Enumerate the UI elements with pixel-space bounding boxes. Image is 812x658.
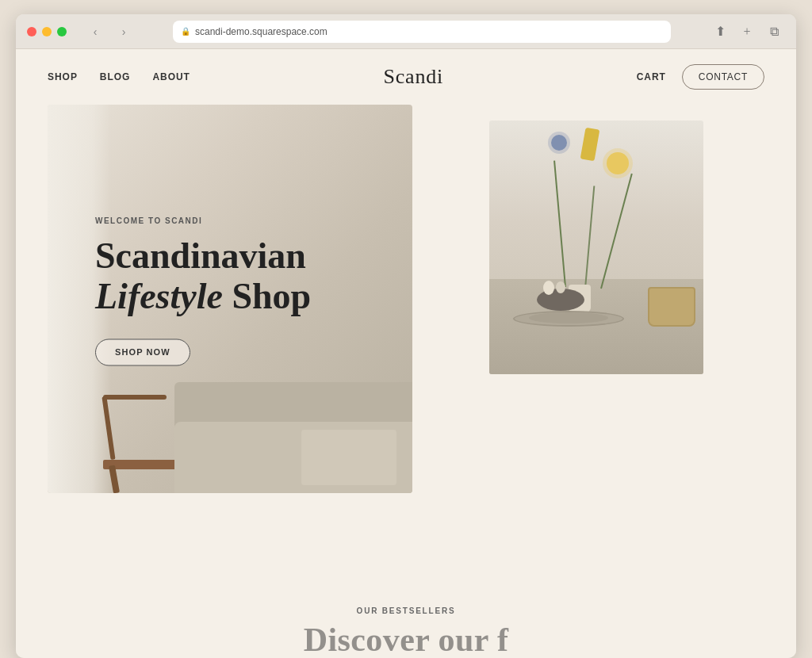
egg-1 (543, 281, 554, 295)
hero-image-right (489, 121, 703, 374)
close-button[interactable] (27, 27, 36, 36)
browser-titlebar: ‹ › 🔒 scandi-demo.squarespace.com ⬆ + ⧉ (16, 14, 796, 49)
flower-yellow (607, 152, 629, 174)
nav-cart-link[interactable]: CART (637, 71, 666, 82)
maximize-button[interactable] (57, 27, 67, 36)
new-tab-icon[interactable]: + (736, 21, 758, 43)
browser-nav-buttons: ‹ › (84, 21, 135, 43)
stem-2 (584, 186, 595, 289)
nav-about-link[interactable]: ABOUT (152, 71, 190, 82)
traffic-lights (27, 27, 67, 36)
hero-image-left: WELCOME TO SCANDI Scandinavian Lifestyle… (48, 105, 412, 493)
nav-contact-button[interactable]: CONTACT (682, 64, 764, 90)
hero-subtitle: WELCOME TO SCANDI (95, 216, 311, 225)
forward-button[interactable]: › (113, 21, 135, 43)
site-nav: SHOP BLOG ABOUT Scandi CART CONTACT (16, 49, 796, 105)
nav-shop-link[interactable]: SHOP (48, 71, 78, 82)
basket (648, 287, 695, 327)
hero-title-italic: Lifestyle (95, 276, 223, 316)
hero-text-overlay: WELCOME TO SCANDI Scandinavian Lifestyle… (95, 216, 311, 365)
chair-back-left (102, 396, 115, 460)
hero-background: WELCOME TO SCANDI Scandinavian Lifestyle… (48, 105, 412, 493)
back-button[interactable]: ‹ (84, 21, 106, 43)
hero-title-line1: Scandinavian (95, 235, 306, 276)
floral-scene (489, 121, 703, 374)
minimize-button[interactable] (42, 27, 52, 36)
address-bar[interactable]: 🔒 scandi-demo.squarespace.com (173, 21, 671, 43)
bestsellers-label: OUR BESTSELLERS (48, 606, 764, 615)
hero-title: Scandinavian Lifestyle Shop (95, 236, 311, 316)
site-logo[interactable]: Scandi (190, 65, 637, 89)
plate-inner (529, 312, 608, 323)
website-content: SHOP BLOG ABOUT Scandi CART CONTACT (16, 49, 796, 658)
tabs-icon[interactable]: ⧉ (763, 21, 785, 43)
chair-back-top (103, 395, 167, 400)
sofa (174, 366, 412, 493)
browser-window: ‹ › 🔒 scandi-demo.squarespace.com ⬆ + ⧉ … (16, 14, 796, 658)
nav-left: SHOP BLOG ABOUT (48, 71, 190, 82)
shop-now-button[interactable]: SHOP NOW (95, 339, 190, 366)
nav-right: CART CONTACT (637, 64, 764, 90)
bestsellers-title: Discover our f (48, 622, 764, 658)
url-text: scandi-demo.squarespace.com (195, 26, 327, 37)
nav-blog-link[interactable]: BLOG (100, 71, 131, 82)
hero-title-normal: Shop (223, 276, 311, 316)
egg-2 (556, 281, 565, 293)
hero-section: WELCOME TO SCANDI Scandinavian Lifestyle… (16, 105, 796, 583)
hero-right (412, 105, 764, 583)
flower-bud (580, 128, 600, 162)
browser-actions: ⬆ + ⧉ (709, 21, 785, 43)
nav-center: Scandi (190, 65, 637, 89)
stem-3 (600, 174, 633, 289)
sofa-cushion (301, 430, 396, 485)
share-icon[interactable]: ⬆ (709, 21, 731, 43)
bestsellers-section: OUR BESTSELLERS Discover our f (16, 583, 796, 658)
flower-purple (551, 135, 567, 151)
stem-1 (553, 161, 566, 288)
lock-icon: 🔒 (181, 27, 190, 36)
